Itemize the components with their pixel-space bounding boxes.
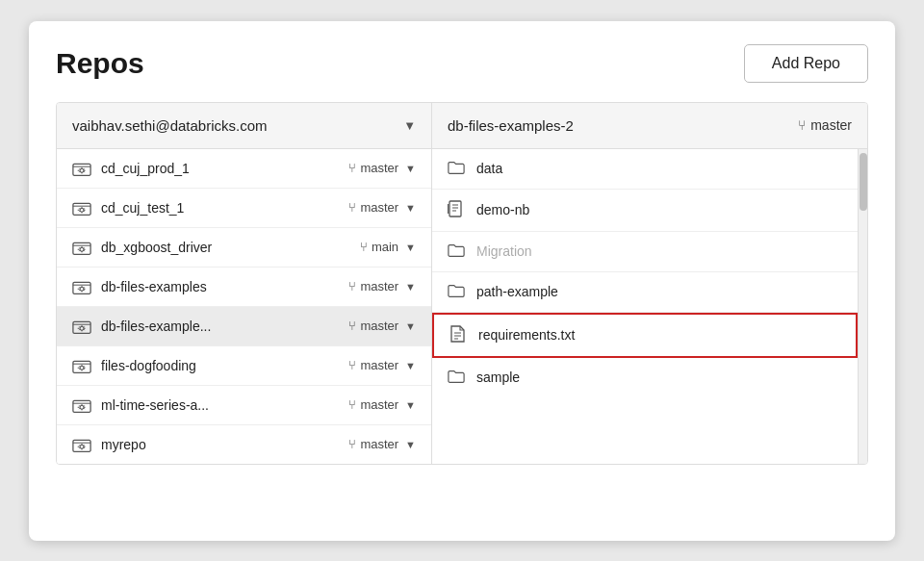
repo-name: db-files-examples	[101, 279, 341, 294]
repo-name: cd_cuj_test_1	[101, 200, 341, 216]
repo-icon	[72, 278, 93, 295]
repo-item[interactable]: db-files-example... ⑂ master ▼	[57, 307, 431, 346]
svg-point-3	[80, 208, 84, 212]
scrollbar-thumb	[860, 153, 867, 211]
repo-name: db-files-example...	[101, 319, 341, 334]
branch-label: master	[360, 358, 398, 372]
repo-list: cd_cuj_prod_1 ⑂ master ▼ cd_cuj_test_1 ⑂…	[57, 149, 431, 464]
repo-name-label: db-files-examples-2	[448, 117, 574, 134]
svg-point-7	[80, 287, 84, 291]
repo-item[interactable]: db-files-examples ⑂ master ▼	[57, 268, 431, 307]
branch-label: master	[360, 161, 398, 175]
repo-item[interactable]: ml-time-series-a... ⑂ master ▼	[57, 386, 431, 425]
account-dropdown-icon[interactable]: ▼	[403, 118, 416, 133]
branch-dropdown-icon[interactable]: ▼	[405, 242, 416, 253]
file-item[interactable]: Migration	[432, 232, 858, 272]
file-item[interactable]: sample	[432, 358, 858, 397]
repo-icon	[72, 318, 93, 335]
file-name: data	[476, 161, 502, 176]
repo-branch: ⑂ master ▼	[348, 319, 416, 333]
file-name: requirements.txt	[478, 327, 575, 343]
account-label: vaibhav.sethi@databricks.com	[72, 117, 268, 134]
repo-icon	[72, 199, 93, 217]
svg-point-5	[80, 247, 84, 251]
add-repo-button[interactable]: Add Repo	[744, 44, 868, 83]
repo-item[interactable]: myrepo ⑂ master ▼	[57, 425, 431, 464]
repo-icon	[72, 396, 93, 414]
left-panel: vaibhav.sethi@databricks.com ▼ cd_cuj_pr…	[57, 103, 432, 464]
repo-name: myrepo	[101, 437, 341, 452]
file-item[interactable]: demo-nb	[432, 190, 858, 232]
page-header: Repos Add Repo	[56, 44, 868, 83]
folder-icon	[448, 369, 467, 387]
svg-point-15	[80, 445, 84, 448]
branch-label: master	[360, 397, 398, 412]
repo-icon	[72, 436, 93, 453]
folder-icon	[448, 242, 467, 261]
file-name: demo-nb	[476, 202, 529, 217]
repo-name: files-dogfooding	[101, 358, 341, 373]
branch-icon: ⑂	[348, 397, 356, 412]
file-icon	[449, 325, 469, 345]
branch-dropdown-icon[interactable]: ▼	[405, 320, 416, 332]
branch-label: master	[360, 200, 398, 215]
branch-label: master	[360, 319, 398, 333]
repo-branch: ⑂ master ▼	[348, 200, 416, 215]
repo-branch: ⑂ main ▼	[360, 240, 416, 254]
file-list: data demo-nb Migration path-example requ…	[432, 149, 858, 397]
svg-point-1	[80, 168, 84, 172]
branch-name: master	[810, 117, 852, 133]
right-panel-inner: data demo-nb Migration path-example requ…	[432, 149, 867, 464]
branch-dropdown-icon[interactable]: ▼	[405, 202, 416, 214]
branch-dropdown-icon[interactable]: ▼	[405, 399, 416, 411]
repo-icon	[72, 160, 93, 177]
page-title: Repos	[56, 47, 144, 80]
left-panel-header[interactable]: vaibhav.sethi@databricks.com ▼	[57, 103, 431, 149]
file-item[interactable]: data	[432, 149, 858, 190]
repo-branch: ⑂ master ▼	[348, 161, 416, 175]
repo-item[interactable]: cd_cuj_prod_1 ⑂ master ▼	[57, 149, 431, 189]
branch-icon: ⑂	[348, 319, 356, 333]
repo-branch: ⑂ master ▼	[348, 397, 416, 412]
file-name: path-example	[476, 284, 558, 299]
file-item[interactable]: path-example	[432, 272, 858, 313]
repo-name: cd_cuj_prod_1	[101, 161, 341, 176]
branch-label: main	[372, 240, 398, 254]
folder-icon	[448, 283, 467, 301]
branch-icon: ⑂	[348, 161, 356, 175]
main-container: Repos Add Repo vaibhav.sethi@databricks.…	[29, 21, 895, 541]
file-name: sample	[476, 370, 520, 385]
scrollbar[interactable]	[858, 149, 867, 464]
repo-icon	[72, 239, 93, 256]
branch-dropdown-icon[interactable]: ▼	[405, 439, 416, 450]
branch-icon: ⑂	[348, 200, 356, 215]
svg-point-13	[80, 405, 84, 409]
right-panel: db-files-examples-2 ⑂ master data demo-n…	[432, 103, 867, 464]
repo-item[interactable]: cd_cuj_test_1 ⑂ master ▼	[57, 189, 431, 228]
repo-branch: ⑂ master ▼	[348, 358, 416, 372]
repo-name: db_xgboost_driver	[101, 240, 352, 255]
repo-branch: ⑂ master ▼	[348, 279, 416, 293]
branch-icon: ⑂	[798, 117, 806, 133]
repo-icon	[72, 357, 93, 374]
file-panel-content: data demo-nb Migration path-example requ…	[432, 149, 858, 464]
svg-rect-16	[449, 201, 461, 217]
branch-icon: ⑂	[348, 279, 356, 293]
branch-dropdown-icon[interactable]: ▼	[405, 360, 416, 371]
branch-icon: ⑂	[360, 240, 368, 254]
branch-dropdown-icon[interactable]: ▼	[405, 281, 416, 293]
branch-label: master	[360, 437, 398, 451]
file-name: Migration	[476, 243, 532, 259]
svg-point-9	[80, 326, 84, 330]
branch-info: ⑂ master	[798, 117, 852, 133]
repo-branch: ⑂ master ▼	[348, 437, 416, 451]
branch-dropdown-icon[interactable]: ▼	[405, 163, 416, 174]
file-item[interactable]: requirements.txt	[432, 313, 858, 358]
repo-item[interactable]: files-dogfooding ⑂ master ▼	[57, 346, 431, 386]
folder-icon	[448, 160, 467, 178]
branch-icon: ⑂	[348, 437, 356, 451]
notebook-icon	[448, 200, 467, 220]
branch-icon: ⑂	[348, 358, 356, 372]
svg-point-11	[80, 366, 84, 370]
repo-item[interactable]: db_xgboost_driver ⑂ main ▼	[57, 228, 431, 268]
